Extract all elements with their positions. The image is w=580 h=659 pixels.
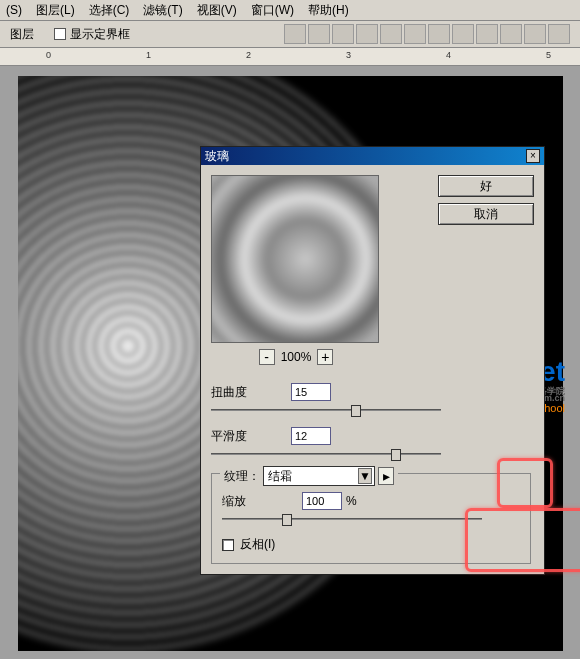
align-button[interactable] (548, 24, 570, 44)
close-button[interactable]: × (526, 149, 540, 163)
align-buttons (284, 24, 570, 44)
align-button[interactable] (500, 24, 522, 44)
layer-label: 图层 (10, 26, 34, 43)
workspace: eNet 网络学院 .com.cn www.eNet.com.cn/eschoo… (0, 66, 580, 659)
show-bbox-checkbox[interactable]: 显示定界框 (54, 26, 130, 43)
texture-group: 纹理： 结霜 ▼ ▸ 缩放 % (211, 473, 531, 564)
menu-item[interactable]: 视图(V) (197, 2, 237, 19)
smoothness-slider[interactable] (211, 447, 441, 461)
ruler-mark: 0 (46, 50, 51, 60)
zoom-in-button[interactable]: + (317, 349, 333, 365)
align-button[interactable] (284, 24, 306, 44)
scale-unit: % (346, 494, 357, 508)
glass-filter-dialog: 玻璃 × 好 取消 - 100% + 扭曲度 (200, 146, 545, 575)
ruler-mark: 1 (146, 50, 151, 60)
align-button[interactable] (404, 24, 426, 44)
invert-checkbox[interactable]: 反相(I) (222, 536, 520, 553)
distortion-label: 扭曲度 (211, 384, 291, 401)
dialog-title: 玻璃 (205, 148, 229, 165)
invert-label: 反相(I) (240, 536, 275, 553)
align-button[interactable] (356, 24, 378, 44)
menu-item[interactable]: 窗口(W) (251, 2, 294, 19)
align-button[interactable] (476, 24, 498, 44)
align-button[interactable] (428, 24, 450, 44)
preview-thumbnail (211, 175, 379, 343)
distortion-slider[interactable] (211, 403, 441, 417)
texture-load-button[interactable]: ▸ (378, 467, 394, 485)
ruler-mark: 3 (346, 50, 351, 60)
ruler-mark: 2 (246, 50, 251, 60)
cancel-button[interactable]: 取消 (438, 203, 534, 225)
distortion-input[interactable] (291, 383, 331, 401)
texture-label: 纹理： (224, 468, 260, 485)
align-button[interactable] (524, 24, 546, 44)
smoothness-label: 平滑度 (211, 428, 291, 445)
ruler-mark: 5 (546, 50, 551, 60)
menu-item[interactable]: 帮助(H) (308, 2, 349, 19)
chevron-down-icon: ▼ (358, 468, 372, 484)
menu-item[interactable]: (S) (6, 3, 22, 17)
options-bar: 图层 显示定界框 (0, 20, 580, 48)
smoothness-input[interactable] (291, 427, 331, 445)
dialog-titlebar[interactable]: 玻璃 × (201, 147, 544, 165)
ruler-mark: 4 (446, 50, 451, 60)
preview-image (211, 175, 379, 343)
texture-select[interactable]: 结霜 ▼ (263, 466, 375, 486)
checkbox-box (54, 28, 66, 40)
scale-slider[interactable] (222, 512, 482, 526)
zoom-percent: 100% (281, 350, 312, 364)
scale-input[interactable] (302, 492, 342, 510)
menu-item[interactable]: 滤镜(T) (143, 2, 182, 19)
menu-item[interactable]: 选择(C) (89, 2, 130, 19)
show-bbox-label: 显示定界框 (70, 26, 130, 43)
align-button[interactable] (452, 24, 474, 44)
ok-button[interactable]: 好 (438, 175, 534, 197)
align-button[interactable] (332, 24, 354, 44)
menu-item[interactable]: 图层(L) (36, 2, 75, 19)
menu-bar: (S) 图层(L) 选择(C) 滤镜(T) 视图(V) 窗口(W) 帮助(H) (0, 0, 580, 20)
align-button[interactable] (308, 24, 330, 44)
align-button[interactable] (380, 24, 402, 44)
checkbox-box (222, 539, 234, 551)
ruler-horizontal: 0 1 2 3 4 5 (0, 48, 580, 66)
zoom-out-button[interactable]: - (259, 349, 275, 365)
texture-value: 结霜 (268, 468, 292, 485)
scale-label: 缩放 (222, 493, 302, 510)
